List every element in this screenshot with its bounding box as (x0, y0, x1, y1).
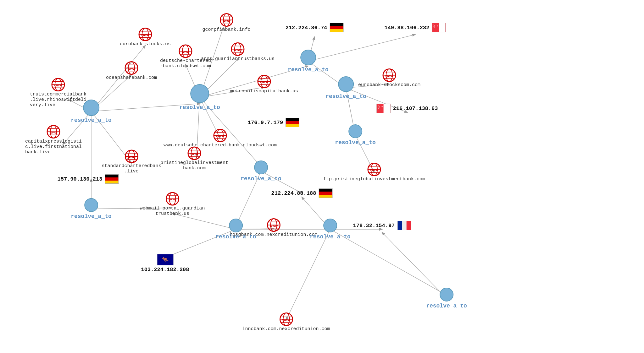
www-node-eurobank-stocks-us[interactable]: www eurobank-stocks.us (120, 28, 171, 47)
node-label: resolve_a_to (310, 234, 351, 240)
node-circle (338, 76, 354, 92)
www-icon: www (267, 218, 280, 232)
resolve-node-5[interactable]: resolve_a_to (325, 76, 366, 100)
www-node-www-deutsche-chartered[interactable]: www www.deutsche-chartered-bank.cloudswt… (164, 129, 277, 148)
ip-label: 157.90.130.213 (58, 176, 103, 182)
ip-node-103-224-182-208[interactable]: 🦘 103.224.182.208 (141, 254, 189, 273)
node-circle (323, 219, 337, 232)
svg-text:www: www (181, 50, 190, 53)
flag-au: 🦘 (157, 254, 173, 265)
ip-label: 176.9.7.179 (248, 120, 283, 126)
node-circle (348, 124, 362, 138)
ip-label: 212.224.86.74 (286, 25, 327, 31)
resolve-node-6[interactable]: resolve_a_to (335, 124, 376, 146)
www-icon: www (125, 61, 138, 75)
domain-label: oceansharebank.com (106, 75, 157, 80)
ip-node-212-224-86-74[interactable]: 212.224.86.74 (286, 23, 344, 32)
ip-node-216-107-138-63[interactable]: ☽ 216.107.138.63 (377, 104, 438, 113)
resolve-node-8[interactable]: resolve_a_to (215, 219, 256, 240)
domain-label: metropoliscapitalbank.us (230, 89, 298, 94)
resolve-node-1[interactable]: resolve_a_to (71, 100, 112, 123)
resolve-node-7[interactable]: resolve_a_to (71, 198, 112, 220)
www-node-pristineglobal[interactable]: www pristineglobalinvestmentbank.com (160, 146, 228, 171)
resolve-node-9[interactable]: resolve_a_to (310, 219, 351, 240)
svg-text:www: www (49, 130, 58, 134)
domain-label: ftp.pristineglobalinvestmentbank.com (323, 176, 425, 182)
ip-label: 216.107.138.63 (393, 106, 438, 111)
www-node-ftp-pristineglobal[interactable]: www ftp.pristineglobalinvestmentbank.com (323, 163, 425, 182)
www-icon: www (125, 149, 138, 163)
node-label: resolve_a_to (71, 213, 112, 220)
www-node-inncbank[interactable]: www inncbank.com.nexcreditunion.com (242, 312, 330, 332)
flag-de (330, 23, 343, 32)
www-icon: www (257, 75, 271, 89)
ip-node-149-88-106-232[interactable]: 149.88.106.232 ☽ (385, 23, 446, 32)
svg-text:www: www (370, 168, 378, 172)
node-circle (300, 50, 316, 65)
node-circle (254, 160, 268, 174)
svg-text:www: www (127, 67, 136, 70)
ip-node-176-9-7-179[interactable]: 176.9.7.179 (248, 118, 299, 127)
domain-label: apps.guardiantrustbanks.us (201, 56, 275, 62)
flag-fr (397, 221, 411, 230)
www-icon: www (165, 192, 179, 206)
www-node-oceansharebank[interactable]: www oceansharebank.com (106, 61, 157, 80)
resolve-node-3[interactable]: resolve_a_to (241, 160, 281, 182)
domain-label: capitalxpresslogistic.live.firstnational… (25, 139, 82, 155)
node-label: resolve_a_to (426, 303, 467, 309)
www-icon: www (231, 42, 245, 56)
node-label: resolve_a_to (241, 176, 281, 182)
www-icon: www (47, 125, 60, 139)
svg-line-32 (286, 229, 330, 320)
www-icon: www (382, 68, 396, 82)
flag-de (319, 188, 332, 198)
www-node-gcorpfinbank-info[interactable]: www gcorpfinbank.info (202, 13, 250, 32)
www-node-capitalxpress[interactable]: www capitalxpresslogistic.live.firstnati… (25, 125, 82, 155)
svg-text:www: www (222, 19, 230, 22)
svg-text:www: www (190, 152, 198, 155)
ip-label: 103.224.182.208 (141, 267, 189, 273)
www-node-standardchartered[interactable]: www standardcharteredbank.live (102, 149, 161, 174)
www-icon: www (179, 44, 192, 58)
www-icon: www (367, 163, 381, 176)
domain-label: pristineglobalinvestmentbank.com (160, 160, 228, 171)
svg-text:www: www (282, 318, 290, 322)
node-circle (190, 84, 209, 103)
ip-label: 212.224.88.188 (271, 190, 316, 196)
ip-node-178-32-154-97[interactable]: 178.32.154.97 (353, 221, 411, 230)
flag-de (286, 118, 299, 127)
www-node-eurobank-stockscom[interactable]: www eurobank-stockscom.com (358, 68, 420, 88)
ip-label: 149.88.106.232 (385, 25, 430, 31)
svg-text:www: www (127, 155, 136, 159)
domain-label: standardcharteredbank.live (102, 163, 161, 174)
www-node-webmail-guardiantrustbank[interactable]: www webmail.portal.guardiantrustbank.us (140, 192, 205, 216)
www-icon: www (279, 312, 293, 326)
www-node-metropoliscapitalbank[interactable]: www metropoliscapitalbank.us (230, 75, 298, 94)
www-icon: www (187, 146, 201, 160)
svg-text:www: www (168, 197, 176, 201)
resolve-node-4[interactable]: resolve_a_to (288, 50, 329, 73)
resolve-node-10[interactable]: resolve_a_to (426, 288, 467, 309)
node-label: resolve_a_to (179, 104, 220, 111)
resolve-node-2[interactable]: resolve_a_to (179, 84, 220, 111)
flag-de (105, 174, 119, 184)
domain-label: gcorpfinbank.info (202, 27, 250, 32)
www-node-apps-guardiantrustbanks[interactable]: www apps.guardiantrustbanks.us (201, 42, 275, 62)
flag-sg: ☽ (432, 23, 446, 32)
node-label: resolve_a_to (215, 234, 256, 240)
www-icon: www (51, 78, 65, 92)
ip-node-157-90-130-213[interactable]: 157.90.130.213 (58, 174, 119, 184)
ip-node-212-224-88-188[interactable]: 212.224.88.188 (271, 188, 333, 198)
node-label: resolve_a_to (288, 67, 329, 73)
svg-text:www: www (269, 224, 278, 227)
domain-label: eurobank-stockscom.com (358, 82, 420, 88)
domain-label: webmail.portal.guardiantrustbank.us (140, 206, 205, 216)
www-icon: www (138, 28, 152, 41)
flag-sg: ☽ (377, 104, 391, 113)
domain-label: inncbank.com.nexcreditunion.com (242, 326, 330, 332)
node-circle (84, 198, 98, 212)
graph-container: www eurobank-stocks.us www gcorpfinbank.… (0, 0, 644, 353)
node-label: resolve_a_to (325, 93, 366, 100)
ip-label: 178.32.154.97 (353, 223, 395, 229)
www-icon: www (219, 13, 233, 27)
